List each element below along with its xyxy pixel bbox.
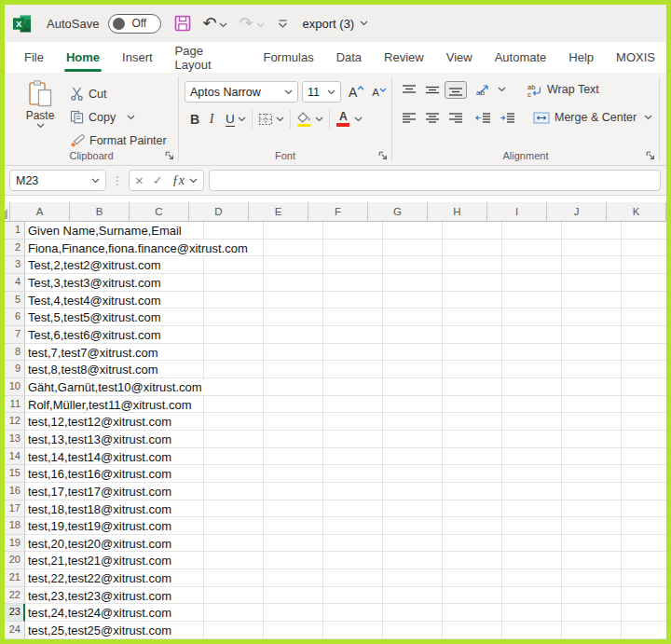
increase-indent-icon[interactable] (500, 112, 515, 124)
column-header-G[interactable]: G (368, 202, 428, 222)
merge-center-button[interactable]: Merge & Center (555, 111, 637, 124)
row-header-19[interactable]: 19 (5, 535, 25, 553)
row-cells[interactable]: test,12,test12@xitrust.com (25, 413, 666, 431)
row-cells[interactable]: test,22,test22@xitrust.com (25, 569, 666, 587)
row-header-15[interactable]: 15 (5, 465, 25, 483)
font-color-button[interactable]: A (336, 112, 351, 127)
row-header-16[interactable]: 16 (5, 483, 25, 500)
align-top-icon[interactable] (402, 84, 417, 96)
chevron-down-icon[interactable] (189, 178, 198, 184)
row-cells[interactable]: test,20,test20@xitrust.com (25, 535, 666, 553)
select-all-button[interactable] (5, 202, 10, 222)
row-cells[interactable]: test,8,test8@xitrust.com (25, 361, 666, 378)
column-header-C[interactable]: C (130, 202, 189, 222)
align-center-icon[interactable] (425, 112, 440, 124)
tab-automate[interactable]: Automate (484, 42, 558, 73)
column-header-D[interactable]: D (189, 202, 249, 222)
row-cells[interactable]: Fiona,Finance,fiona.finance@xitrust.com (25, 240, 666, 257)
name-box[interactable]: M23 (9, 170, 106, 191)
cell-text[interactable]: Given Name,Surname,Email (25, 223, 184, 240)
copy-button[interactable]: Copy (70, 105, 167, 129)
enter-icon[interactable]: ✓ (153, 173, 163, 187)
chevron-down-icon[interactable] (276, 116, 284, 122)
italic-button[interactable]: I (203, 112, 220, 127)
tab-view[interactable]: View (435, 42, 484, 73)
chevron-down-icon[interactable] (238, 116, 246, 122)
row-cells[interactable]: test,16,test16@xitrust.com (25, 465, 666, 483)
cell-text[interactable]: Test,3,test3@xitrust.com (25, 275, 163, 292)
cell-text[interactable]: Test,6,test6@xitrust.com (25, 327, 163, 344)
row-cells[interactable]: Test,2,test2@xitrust.com (25, 256, 666, 274)
column-header-I[interactable]: I (487, 202, 547, 222)
cell-text[interactable]: test,8,test8@xitrust.com (25, 362, 160, 378)
tab-formulas[interactable]: Formulas (252, 42, 324, 73)
save-icon[interactable] (174, 15, 191, 32)
font-dialog-launcher-icon[interactable] (378, 151, 388, 160)
tab-data[interactable]: Data (325, 42, 373, 73)
column-header-A[interactable]: A (10, 202, 70, 222)
cell-text[interactable]: test,13,test13@xitrust.com (25, 432, 173, 448)
row-cells[interactable]: test,13,test13@xitrust.com (25, 431, 666, 448)
cell-text[interactable]: Rolf,Müller,test11@xitrust.com (25, 397, 194, 414)
bold-button[interactable]: B (186, 112, 203, 127)
cell-text[interactable]: Fiona,Finance,fiona.finance@xitrust.com (25, 240, 250, 257)
decrease-font-size-button[interactable]: A (372, 87, 387, 98)
row-cells[interactable]: Test,3,test3@xitrust.com (25, 274, 666, 292)
cell-text[interactable]: test,25,test25@xitrust.com (25, 623, 173, 639)
wrap-text-button[interactable]: Wrap Text (547, 83, 599, 96)
fill-color-button[interactable] (296, 112, 312, 128)
chevron-down-icon[interactable] (644, 115, 652, 120)
row-cells[interactable]: Test,4,test4@xitrust.com (25, 292, 666, 309)
cell-text[interactable]: test,24,test24@xitrust.com (25, 605, 173, 622)
row-header-12[interactable]: 12 (5, 413, 25, 431)
row-cells[interactable]: Given Name,Surname,Email (25, 222, 666, 240)
cell-text[interactable]: test,23,test23@xitrust.com (25, 588, 173, 605)
row-header-1[interactable]: 1 (5, 222, 25, 240)
cell-text[interactable]: test,17,test17@xitrust.com (25, 484, 173, 500)
cell-text[interactable]: test,18,test18@xitrust.com (25, 501, 173, 518)
row-cells[interactable]: test,25,test25@xitrust.com (25, 622, 666, 639)
column-header-K[interactable]: K (607, 202, 666, 222)
cell-text[interactable]: test,16,test16@xitrust.com (25, 466, 173, 483)
row-header-13[interactable]: 13 (5, 431, 25, 448)
clipboard-dialog-launcher-icon[interactable] (165, 151, 174, 160)
row-header-18[interactable]: 18 (5, 517, 25, 535)
cell-text[interactable]: test,22,test22@xitrust.com (25, 570, 173, 587)
chevron-down-icon[interactable] (315, 116, 323, 122)
cell-text[interactable]: Gäht,Garnüt,test10@xitrust.com (25, 379, 204, 396)
row-header-24[interactable]: 24 (5, 622, 25, 639)
row-header-8[interactable]: 8 (5, 344, 25, 362)
redo-button[interactable]: ↷ (239, 16, 264, 31)
borders-icon[interactable] (258, 112, 273, 127)
alignment-dialog-launcher-icon[interactable] (646, 151, 655, 160)
cell-text[interactable]: Test,5,test5@xitrust.com (25, 309, 163, 326)
row-header-2[interactable]: 2 (5, 240, 25, 257)
row-header-23[interactable]: 23 (5, 604, 25, 622)
row-header-11[interactable]: 11 (5, 396, 25, 414)
row-header-21[interactable]: 21 (5, 569, 25, 587)
row-cells[interactable]: test,7,test7@xitrust.com (25, 344, 666, 362)
cell-text[interactable]: Test,4,test4@xitrust.com (25, 293, 163, 309)
tab-help[interactable]: Help (557, 42, 605, 73)
row-cells[interactable]: test,14,test14@xitrust.com (25, 448, 666, 466)
formula-bar-grip-icon[interactable]: ⋮ (112, 174, 123, 187)
row-cells[interactable]: Test,5,test5@xitrust.com (25, 308, 666, 326)
row-header-10[interactable]: 10 (5, 378, 25, 396)
chevron-down-icon[interactable] (498, 87, 506, 92)
column-header-E[interactable]: E (249, 202, 308, 222)
underline-button[interactable]: U (226, 113, 235, 127)
column-header-H[interactable]: H (428, 202, 487, 222)
decrease-indent-icon[interactable] (475, 112, 491, 124)
undo-button[interactable]: ↶ (202, 16, 227, 31)
chevron-down-icon[interactable] (219, 22, 227, 28)
quick-access-more-icon[interactable] (278, 20, 288, 28)
align-left-icon[interactable] (402, 112, 417, 124)
row-cells[interactable]: Test,6,test6@xitrust.com (25, 326, 666, 344)
row-cells[interactable]: test,17,test17@xitrust.com (25, 483, 666, 500)
cell-text[interactable]: test,12,test12@xitrust.com (25, 414, 173, 431)
row-cells[interactable]: Gäht,Garnüt,test10@xitrust.com (25, 378, 666, 396)
workbook-title[interactable]: export (3) (303, 17, 369, 31)
cancel-icon[interactable]: × (135, 173, 144, 187)
row-header-4[interactable]: 4 (5, 274, 25, 292)
font-size-combobox[interactable]: 11 (302, 81, 341, 103)
